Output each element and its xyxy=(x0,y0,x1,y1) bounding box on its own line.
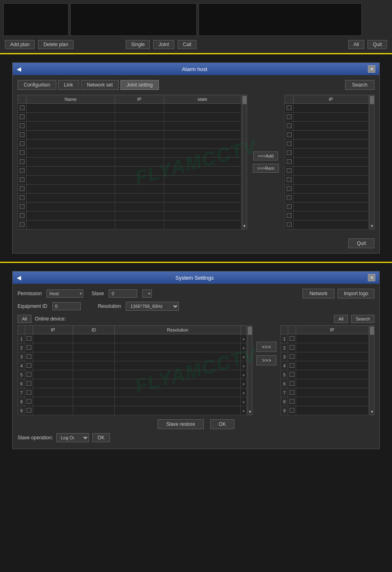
import-logo-button[interactable]: Import logo xyxy=(338,289,374,298)
checkbox[interactable] xyxy=(27,408,31,413)
resolution-select[interactable]: 1366*768_60Hz xyxy=(126,302,179,311)
search-button-s3[interactable]: Search xyxy=(351,315,374,323)
ss-right-scrollbar[interactable]: ▼ xyxy=(370,325,374,415)
ok-button[interactable]: OK xyxy=(210,419,234,429)
joint-button[interactable]: Joint xyxy=(153,40,174,49)
checkbox[interactable] xyxy=(27,336,31,341)
checkbox[interactable] xyxy=(287,141,292,146)
left-table-scrollbar[interactable]: ▼ xyxy=(242,95,247,229)
add-plan-button[interactable]: Add plan xyxy=(5,40,35,49)
tab-network-set[interactable]: Network set xyxy=(81,80,119,90)
checkbox[interactable] xyxy=(27,345,31,350)
network-button[interactable]: Network xyxy=(303,289,334,298)
checkbox[interactable] xyxy=(20,204,24,209)
checkbox[interactable] xyxy=(20,141,24,146)
call-button[interactable]: Call xyxy=(178,40,197,49)
alarm-host-close-button[interactable]: ✕ xyxy=(368,65,375,73)
right-ss-table: IP 1 2 3 4 5 6 7 8 9 xyxy=(281,325,374,415)
checkbox[interactable] xyxy=(290,381,294,386)
all-button-s1[interactable]: All xyxy=(348,40,364,49)
checkbox[interactable] xyxy=(20,195,24,200)
checkbox[interactable] xyxy=(20,132,24,137)
table-row xyxy=(285,131,369,140)
checkbox[interactable] xyxy=(290,363,294,368)
table-row xyxy=(285,194,369,203)
checkbox[interactable] xyxy=(287,186,292,191)
single-button[interactable]: Single xyxy=(126,40,150,49)
list-item: 3 xyxy=(281,352,369,361)
checkbox[interactable] xyxy=(20,105,24,110)
slave-op-select[interactable]: Log Out xyxy=(56,433,89,442)
search-button-s2[interactable]: Search xyxy=(345,80,374,90)
checkbox[interactable] xyxy=(290,336,294,341)
add-arrow-button[interactable]: <<< xyxy=(256,342,276,352)
list-item: 2 xyxy=(281,343,369,352)
checkbox[interactable] xyxy=(287,123,292,128)
middle-arrows: <<< >>> xyxy=(255,325,278,365)
checkbox[interactable] xyxy=(287,159,292,164)
ok2-button[interactable]: OK xyxy=(92,433,110,442)
equipment-id-input[interactable] xyxy=(52,302,81,310)
right-table-scrollbar[interactable]: ▼ xyxy=(370,95,374,229)
checkbox[interactable] xyxy=(290,399,294,404)
checkbox[interactable] xyxy=(20,213,24,218)
delete-plan-button[interactable]: Delete plan xyxy=(38,40,74,49)
ss-row2: Equipment ID Resolution 1366*768_60Hz xyxy=(18,302,374,311)
checkbox[interactable] xyxy=(20,186,24,191)
checkbox[interactable] xyxy=(290,345,294,350)
checkbox[interactable] xyxy=(287,177,292,182)
resolution-select-wrap: 1366*768_60Hz xyxy=(126,302,179,311)
table-row xyxy=(285,149,369,158)
checkbox[interactable] xyxy=(287,195,292,200)
checkbox[interactable] xyxy=(20,222,24,227)
table-row xyxy=(285,203,369,211)
checkbox[interactable] xyxy=(20,123,24,128)
slave-input[interactable] xyxy=(109,289,137,298)
quit-button-s2[interactable]: Quit xyxy=(348,238,374,248)
checkbox[interactable] xyxy=(290,390,294,395)
checkbox[interactable] xyxy=(20,159,24,164)
checkbox[interactable] xyxy=(287,150,292,155)
checkbox[interactable] xyxy=(20,114,24,119)
checkbox[interactable] xyxy=(20,177,24,182)
rem-button[interactable]: >>>Rem xyxy=(253,164,279,173)
checkbox[interactable] xyxy=(287,114,292,119)
checkbox[interactable] xyxy=(287,222,292,227)
checkbox[interactable] xyxy=(287,168,292,173)
checkbox[interactable] xyxy=(290,372,294,377)
checkbox[interactable] xyxy=(287,213,292,218)
checkbox[interactable] xyxy=(20,168,24,173)
ss-left-table: IP ID Resolution 1▼ 2▼ 3▼ 4▼ 5▼ xyxy=(18,325,247,415)
checkbox[interactable] xyxy=(20,150,24,155)
rem-arrow-button[interactable]: >>> xyxy=(256,355,276,365)
tab-link[interactable]: Link xyxy=(58,80,79,90)
alarm-host-body: Configurtion Link Network set Joint sett… xyxy=(13,75,379,234)
checkbox[interactable] xyxy=(27,363,31,368)
ss-left-scrollbar[interactable]: ▼ xyxy=(247,325,252,415)
checkbox[interactable] xyxy=(290,408,294,413)
add-button[interactable]: <<<Add xyxy=(253,151,278,160)
checkbox[interactable] xyxy=(287,132,292,137)
checkbox[interactable] xyxy=(27,390,31,395)
checkbox[interactable] xyxy=(27,381,31,386)
permission-select[interactable]: Host xyxy=(47,289,83,298)
checkbox[interactable] xyxy=(287,204,292,209)
checkbox[interactable] xyxy=(27,354,31,359)
all-button-s3[interactable]: All xyxy=(18,315,31,323)
table-row xyxy=(18,220,241,229)
slave-dropdown[interactable] xyxy=(142,289,152,298)
all-button-right-s3[interactable]: All xyxy=(334,315,348,323)
left-table-wrap: Name IP state xyxy=(18,95,247,229)
table-row xyxy=(18,104,241,113)
checkbox[interactable] xyxy=(290,354,294,359)
slave-restore-button[interactable]: Slave restore xyxy=(158,419,204,429)
tab-joint-setting[interactable]: Joint setting xyxy=(120,80,159,90)
equipment-id-label: Equipment ID xyxy=(18,303,47,309)
tab-configurtion[interactable]: Configurtion xyxy=(18,80,56,90)
checkbox[interactable] xyxy=(27,372,31,377)
system-settings-close-button[interactable]: ✕ xyxy=(368,274,375,281)
quit-button-s1[interactable]: Quit xyxy=(368,40,387,49)
checkbox[interactable] xyxy=(287,105,292,110)
checkbox[interactable] xyxy=(27,399,31,404)
section2-panel: ◀ Alarm host ✕ Configurtion Link Network… xyxy=(0,54,392,263)
